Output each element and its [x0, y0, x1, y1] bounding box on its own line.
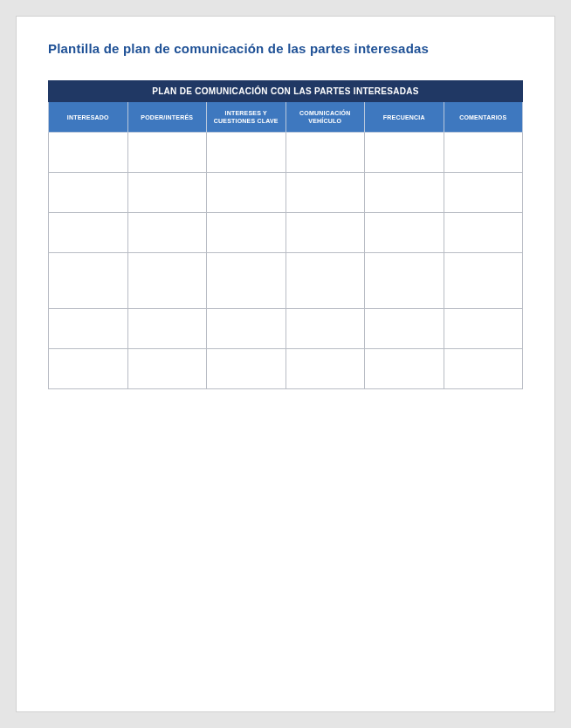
col-header-poder: PODER/INTERÉS: [127, 102, 207, 133]
cell[interactable]: [49, 349, 128, 389]
cell[interactable]: [49, 133, 128, 173]
cell[interactable]: [49, 173, 128, 213]
cell[interactable]: [207, 253, 286, 309]
cell[interactable]: [286, 173, 365, 213]
cell[interactable]: [127, 253, 207, 309]
cell[interactable]: [444, 213, 523, 253]
cell[interactable]: [286, 133, 365, 173]
cell[interactable]: [444, 349, 523, 389]
cell[interactable]: [207, 349, 286, 389]
table-row: [49, 309, 523, 349]
cell[interactable]: [127, 309, 207, 349]
cell[interactable]: [207, 213, 286, 253]
table-row: [49, 253, 523, 309]
cell[interactable]: [127, 213, 207, 253]
cell[interactable]: [444, 253, 523, 309]
cell[interactable]: [365, 253, 444, 309]
cell[interactable]: [286, 349, 365, 389]
cell[interactable]: [444, 309, 523, 349]
communication-plan-table: PLAN DE COMUNICACIÓN CON LAS PARTES INTE…: [48, 80, 523, 389]
cell[interactable]: [444, 133, 523, 173]
cell[interactable]: [49, 213, 128, 253]
cell[interactable]: [286, 253, 365, 309]
cell[interactable]: [207, 173, 286, 213]
table-row: [49, 133, 523, 173]
cell[interactable]: [365, 173, 444, 213]
cell[interactable]: [207, 133, 286, 173]
cell[interactable]: [49, 253, 128, 309]
cell[interactable]: [286, 309, 365, 349]
page-title: Plantilla de plan de comunicación de las…: [48, 41, 523, 56]
cell[interactable]: [127, 133, 207, 173]
cell[interactable]: [207, 309, 286, 349]
cell[interactable]: [127, 349, 207, 389]
col-header-frecuencia: FRECUENCIA: [365, 102, 444, 133]
col-header-comunicacion: COMUNICACIÓN VEHÍCULO: [286, 102, 365, 133]
table-row: [49, 349, 523, 389]
cell[interactable]: [286, 213, 365, 253]
cell[interactable]: [444, 173, 523, 213]
document-page: Plantilla de plan de comunicación de las…: [16, 16, 555, 712]
cell[interactable]: [127, 173, 207, 213]
table-row: [49, 173, 523, 213]
table-row: [49, 213, 523, 253]
cell[interactable]: [49, 309, 128, 349]
table-caption: PLAN DE COMUNICACIÓN CON LAS PARTES INTE…: [49, 81, 523, 102]
cell[interactable]: [365, 309, 444, 349]
cell[interactable]: [365, 133, 444, 173]
cell[interactable]: [365, 349, 444, 389]
cell[interactable]: [365, 213, 444, 253]
col-header-comentarios: COMENTARIOS: [444, 102, 523, 133]
col-header-interesado: INTERESADO: [49, 102, 128, 133]
col-header-intereses: INTERESES Y CUESTIONES CLAVE: [207, 102, 286, 133]
